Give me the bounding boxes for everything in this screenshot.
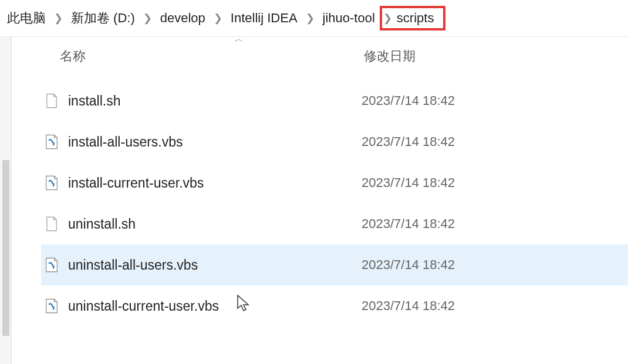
vbs-file-icon: [41, 175, 68, 191]
scrollbar[interactable]: [2, 160, 9, 336]
column-header-date[interactable]: 修改日期: [364, 47, 628, 65]
file-row[interactable]: install-current-user.vbs2023/7/14 18:42: [41, 162, 628, 203]
file-name: install-all-users.vbs: [68, 134, 362, 150]
breadcrumb-item-intellij[interactable]: Intellij IDEA: [227, 8, 301, 28]
column-header-name[interactable]: 名称: [41, 47, 364, 65]
file-date: 2023/7/14 18:42: [362, 134, 455, 149]
file-list: install.sh2023/7/14 18:42install-all-use…: [41, 76, 628, 326]
file-row[interactable]: uninstall.sh2023/7/14 18:42: [41, 203, 628, 244]
file-date: 2023/7/14 18:42: [362, 298, 455, 314]
file-name: uninstall-all-users.vbs: [68, 257, 362, 273]
file-row[interactable]: uninstall-all-users.vbs2023/7/14 18:42: [41, 244, 628, 285]
file-date: 2023/7/14 18:42: [362, 175, 455, 190]
chevron-right-icon: ❯: [53, 12, 64, 25]
generic-file-icon: [41, 93, 68, 109]
file-name: uninstall-current-user.vbs: [68, 298, 362, 314]
chevron-right-icon: ❯: [305, 12, 316, 25]
sort-ascending-icon[interactable]: ︿: [235, 34, 243, 45]
generic-file-icon: [41, 216, 68, 232]
breadcrumb-item-this-pc[interactable]: 此电脑: [4, 7, 49, 29]
breadcrumb-item-develop[interactable]: develop: [157, 8, 209, 28]
breadcrumb: 此电脑 ❯ 新加卷 (D:) ❯ develop ❯ Intellij IDEA…: [0, 0, 628, 37]
file-row[interactable]: install.sh2023/7/14 18:42: [41, 80, 628, 121]
chevron-right-icon: ❯: [142, 12, 153, 25]
breadcrumb-item-drive-d[interactable]: 新加卷 (D:): [67, 7, 139, 29]
file-name: install-current-user.vbs: [68, 175, 362, 191]
breadcrumb-highlight-box: ❯ scripts: [380, 6, 446, 30]
file-row[interactable]: install-all-users.vbs2023/7/14 18:42: [41, 121, 628, 162]
file-row[interactable]: uninstall-current-user.vbs2023/7/14 18:4…: [41, 285, 628, 326]
columns-header: 名称 修改日期: [41, 37, 628, 76]
file-name: install.sh: [68, 93, 362, 109]
file-date: 2023/7/14 18:42: [362, 93, 455, 108]
file-pane: 名称 修改日期 install.sh2023/7/14 18:42install…: [12, 37, 628, 364]
chevron-right-icon: ❯: [382, 12, 393, 25]
content-area: 名称 修改日期 install.sh2023/7/14 18:42install…: [0, 37, 628, 364]
breadcrumb-item-scripts[interactable]: scripts: [393, 8, 438, 28]
vbs-file-icon: [41, 257, 68, 273]
file-name: uninstall.sh: [68, 216, 362, 232]
chevron-right-icon: ❯: [212, 12, 224, 25]
breadcrumb-item-jihuo-tool[interactable]: jihuo-tool: [319, 8, 379, 28]
file-date: 2023/7/14 18:42: [362, 257, 455, 273]
file-date: 2023/7/14 18:42: [362, 216, 455, 232]
vbs-file-icon: [41, 134, 68, 150]
vbs-file-icon: [41, 298, 68, 314]
left-gutter: [0, 37, 12, 364]
